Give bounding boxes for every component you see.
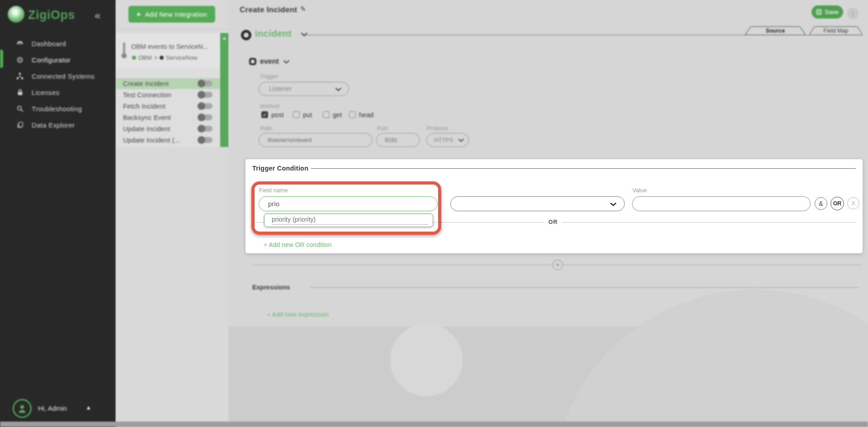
- checkbox-get[interactable]: [323, 111, 330, 118]
- path-label: Path: [260, 125, 273, 132]
- chevron-down-icon[interactable]: [283, 60, 289, 64]
- trigger-select[interactable]: Listener: [259, 82, 349, 96]
- user-avatar-icon: [13, 399, 32, 418]
- kebab-menu-icon[interactable]: ⋮: [847, 8, 859, 19]
- integrations-panel: + Add New Integration OBM events to Serv…: [116, 0, 229, 422]
- sidebar-item-dashboard[interactable]: Dashboard: [0, 35, 116, 52]
- integration-title: OBM events to ServiceN...: [131, 43, 218, 50]
- network-icon: [15, 71, 24, 81]
- chevron-down-icon: [458, 139, 464, 142]
- list-item-update-incident[interactable]: Update Incident: [116, 123, 220, 134]
- sidebar-item-label: Licenses: [32, 89, 60, 96]
- checkbox-post[interactable]: ✓: [261, 111, 268, 118]
- incident-entity-icon: [241, 30, 251, 40]
- port-input[interactable]: [376, 133, 420, 147]
- field-name-input[interactable]: [259, 196, 438, 211]
- checkbox-head[interactable]: [349, 111, 356, 118]
- dashboard-icon: [15, 39, 24, 48]
- trigger-condition-title: Trigger Condition: [252, 165, 308, 172]
- user-greeting: Hi, Admin: [38, 404, 67, 412]
- method-option-label: put: [303, 111, 312, 119]
- tab-field-map[interactable]: Field Map: [809, 26, 863, 35]
- operation-label: Create Incident: [123, 80, 169, 87]
- trigger-condition-card: Trigger Condition OR Field name priority…: [245, 159, 863, 253]
- chevron-down-icon: [610, 203, 616, 206]
- toggle-switch[interactable]: [199, 81, 212, 86]
- save-label: Save: [825, 9, 839, 15]
- list-item-test-connection[interactable]: Test Connection: [116, 90, 220, 100]
- integration-systems: OBM > ServiceNow: [132, 54, 198, 61]
- checkbox-put[interactable]: [293, 111, 300, 118]
- lock-icon: [15, 88, 24, 97]
- condition-value-input[interactable]: [632, 196, 811, 211]
- app-name: ZigiOps: [28, 8, 75, 22]
- suggestion-item[interactable]: priority (priority): [272, 216, 316, 223]
- protocol-select[interactable]: HTTPS: [426, 133, 469, 147]
- sidebar-item-label: Connected Systems: [32, 72, 94, 80]
- integration-card[interactable]: OBM events to ServiceN... OBM > ServiceN…: [116, 33, 220, 68]
- add-integration-label: Add New Integration: [145, 11, 207, 18]
- value-label: Value: [632, 187, 647, 194]
- condition-operator-select[interactable]: [450, 196, 625, 211]
- collapse-sidebar-icon[interactable]: «: [94, 9, 101, 22]
- toggle-switch[interactable]: [199, 103, 212, 109]
- method-label: Method: [260, 103, 279, 109]
- divider: [310, 287, 859, 288]
- edit-pencil-icon[interactable]: ✎: [300, 5, 306, 13]
- data-explorer-icon: [15, 120, 24, 129]
- plus-icon: +: [137, 10, 141, 19]
- protocol-value: HTTPS: [434, 137, 453, 143]
- toggle-switch[interactable]: [199, 92, 212, 98]
- sidebar-item-data-explorer[interactable]: Data Explorer: [0, 117, 116, 133]
- entity-selector[interactable]: incident: [255, 28, 292, 39]
- target-system: ServiceNow: [166, 54, 197, 61]
- source-status-icon: [132, 56, 136, 60]
- operation-label: Test Connection: [123, 91, 171, 99]
- field-name-label: Field name: [259, 187, 288, 194]
- save-icon: [816, 9, 822, 15]
- background-shape: [390, 324, 462, 396]
- list-item-create-incident[interactable]: Create Incident: [116, 78, 220, 89]
- save-button[interactable]: Save: [811, 5, 843, 19]
- add-section-button[interactable]: +: [552, 260, 563, 270]
- event-section-toggle[interactable]: event: [260, 57, 279, 66]
- trigger-value: Listener: [269, 85, 292, 92]
- add-expression-link[interactable]: + Add new expression: [267, 311, 329, 318]
- tab-source[interactable]: Source: [745, 26, 806, 35]
- operations-list: Create Incident Test Connection Fetch In…: [116, 68, 220, 147]
- add-or-condition-link[interactable]: + Add new OR condition: [264, 241, 332, 248]
- sidebar-item-configurator[interactable]: ⚙ Configurator: [0, 52, 116, 68]
- operation-label: Backsync Event: [123, 114, 171, 121]
- method-option-label: head: [359, 111, 373, 119]
- and-condition-button[interactable]: &: [815, 197, 827, 210]
- user-menu[interactable]: Hi, Admin ▲: [0, 398, 116, 422]
- event-section-icon: [249, 58, 256, 65]
- list-item-fetch-incident[interactable]: Fetch Incident: [116, 101, 220, 112]
- add-new-integration-button[interactable]: + Add New Integration: [128, 6, 215, 23]
- divider: [311, 168, 856, 169]
- toggle-switch[interactable]: [199, 126, 212, 132]
- chevron-down-icon[interactable]: [301, 33, 307, 37]
- sidebar-item-label: Data Explorer: [32, 121, 75, 129]
- method-option-label: post: [271, 111, 283, 119]
- method-option-label: get: [333, 111, 342, 119]
- path-input[interactable]: [259, 133, 373, 147]
- caret-up-icon[interactable]: ▲: [87, 405, 90, 410]
- zigiops-app: ZigiOps « Dashboard ⚙ Configurator Conne…: [0, 0, 868, 427]
- sidebar-item-troubleshooting[interactable]: Troubleshooting: [0, 100, 116, 117]
- gear-icon: ⚙: [15, 55, 24, 64]
- toggle-switch[interactable]: [199, 137, 212, 143]
- sidebar-item-connected-systems[interactable]: Connected Systems: [0, 68, 116, 84]
- add-operation-strip[interactable]: +: [220, 33, 229, 147]
- sidebar-item-label: Troubleshooting: [32, 105, 82, 113]
- divider: [272, 224, 428, 225]
- chevron-down-icon: [335, 88, 341, 91]
- suggestion-dropdown: priority (priority): [264, 214, 433, 227]
- remove-condition-button[interactable]: X: [847, 197, 859, 209]
- list-item-backsync-event[interactable]: Backsync Event: [116, 112, 220, 123]
- plus-icon: +: [222, 34, 226, 42]
- list-item-update-incident-2[interactable]: Update Incident (...: [116, 135, 220, 146]
- or-condition-button[interactable]: OR: [830, 197, 844, 210]
- toggle-switch[interactable]: [199, 114, 212, 120]
- sidebar-item-licenses[interactable]: Licenses: [0, 84, 116, 100]
